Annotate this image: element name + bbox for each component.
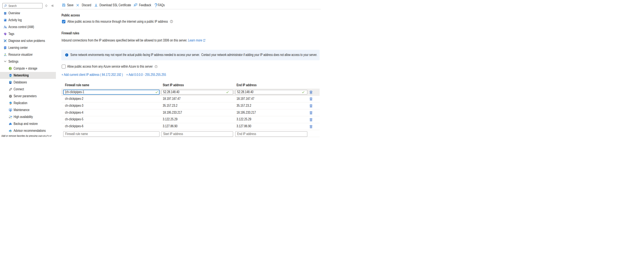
svg-text:DB: DB [10, 82, 11, 83]
svg-text:My: My [4, 13, 6, 15]
svg-text:101: 101 [4, 47, 6, 48]
